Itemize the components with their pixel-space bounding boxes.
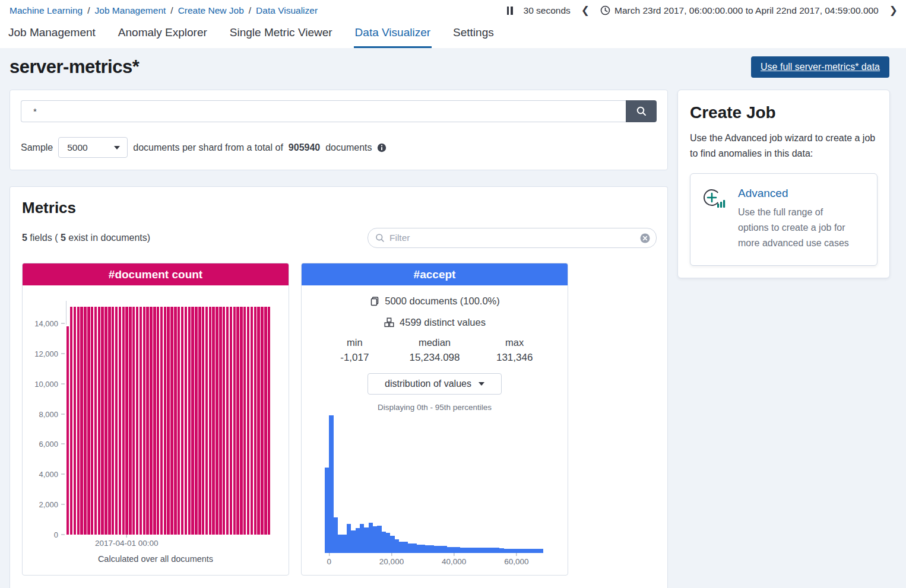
doc-count-bar <box>80 307 83 535</box>
doc-count-bar <box>188 307 191 535</box>
documents-icon <box>369 296 380 307</box>
doc-count-bar <box>167 307 169 535</box>
tab-single-metric-viewer[interactable]: Single Metric Viewer <box>229 26 334 48</box>
time-controls: 30 seconds ❮ March 23rd 2017, 06:00:00.0… <box>507 4 898 17</box>
chevron-right-icon[interactable]: ❯ <box>889 4 898 17</box>
histogram-bar <box>382 532 386 553</box>
document-count-xtick: 2017-04-01 00:00 <box>95 535 159 548</box>
distribution-select-value: distribution of values <box>385 379 471 389</box>
doc-count-bar <box>146 307 148 535</box>
doc-count-bar <box>170 307 173 535</box>
query-input[interactable] <box>21 100 626 122</box>
sample-size-select[interactable]: 5000 <box>58 137 128 158</box>
doc-count-bar <box>247 307 249 535</box>
histogram-bar <box>421 545 425 553</box>
tab-settings[interactable]: Settings <box>452 26 495 48</box>
document-count-chart: 02,0004,0006,0008,00010,00012,00014,000 … <box>66 301 270 535</box>
breadcrumb-link-job-management[interactable]: Job Management <box>95 5 166 16</box>
doc-count-bar <box>191 307 194 535</box>
breadcrumb-separator: / <box>87 5 90 16</box>
y-axis-tick: 0 <box>54 530 66 539</box>
advanced-job-icon <box>702 187 727 211</box>
use-full-data-button[interactable]: Use full server-metrics* data <box>751 56 889 78</box>
histogram-bar <box>512 549 517 553</box>
filter-input[interactable] <box>389 233 635 243</box>
doc-count-bar <box>160 307 163 535</box>
histogram-bar <box>425 545 429 553</box>
distinct-values-stat: 4599 distinct values <box>302 317 568 328</box>
document-count-footer: Calculated over all documents <box>23 554 289 564</box>
histogram-bar <box>334 517 338 553</box>
tab-job-management[interactable]: Job Management <box>7 26 97 48</box>
doc-count-bar <box>164 307 166 535</box>
x-axis-tick: 20,000 <box>379 553 404 566</box>
breadcrumb-link-data-visualizer[interactable]: Data Visualizer <box>256 5 318 16</box>
pause-icon[interactable] <box>507 7 513 15</box>
histogram-bar <box>499 548 503 553</box>
histogram-bar <box>478 548 482 553</box>
histogram-bar <box>417 545 421 553</box>
histogram-bar <box>338 535 342 553</box>
histogram-bar <box>369 523 373 553</box>
x-axis-tick: 60,000 <box>504 553 528 566</box>
doc-count-bar <box>257 307 259 535</box>
advanced-link[interactable]: Advanced <box>738 187 788 199</box>
max-label: max <box>474 337 555 348</box>
doc-count-bar <box>174 307 176 535</box>
histogram-bar <box>517 549 521 553</box>
doc-count-bar <box>140 307 142 535</box>
cubes-icon <box>384 317 395 328</box>
advanced-job-card[interactable]: Advanced Use the full range of options t… <box>690 173 878 266</box>
doc-count-bar <box>136 307 138 535</box>
doc-count-bar <box>77 307 80 535</box>
distinct-values-text: 4599 distinct values <box>400 317 486 328</box>
doc-count-bar <box>251 307 253 535</box>
x-axis-tick: 0 <box>327 553 332 566</box>
doc-count-bar <box>226 307 229 535</box>
doc-count-bar <box>202 307 204 535</box>
histogram-bar <box>447 547 451 553</box>
doc-count-bar <box>236 307 239 535</box>
clear-filter-icon[interactable] <box>640 233 650 243</box>
doc-count-bar <box>209 307 211 535</box>
tab-anomaly-explorer[interactable]: Anomaly Explorer <box>117 26 208 48</box>
median-label: median <box>395 337 475 348</box>
create-job-description: Use the Advanced job wizard to create a … <box>690 131 878 161</box>
breadcrumb-link-machine-learning[interactable]: Machine Learning <box>9 5 83 16</box>
create-job-panel: Create Job Use the Advanced job wizard t… <box>677 90 890 278</box>
doc-count-bar <box>104 307 107 535</box>
filter-field <box>368 228 657 248</box>
histogram-bar <box>526 549 530 553</box>
fields-text: fields ( <box>27 233 61 243</box>
doc-count-bar <box>143 307 145 535</box>
fields-exist-count: 5 <box>61 233 66 243</box>
breadcrumb-separator: / <box>170 5 173 16</box>
doc-count-bar <box>132 307 135 535</box>
document-count-card-header: #document count <box>23 263 289 285</box>
refresh-interval[interactable]: 30 seconds <box>524 5 571 16</box>
histogram-bar <box>534 549 538 553</box>
info-icon[interactable] <box>377 143 387 152</box>
sample-label: Sample <box>21 142 53 153</box>
distribution-select[interactable]: distribution of values <box>368 373 502 395</box>
tab-data-visualizer[interactable]: Data Visualizer <box>354 26 432 48</box>
time-range-picker[interactable]: March 23rd 2017, 06:00:00.000 to April 2… <box>600 5 879 16</box>
histogram-bar <box>399 542 403 553</box>
breadcrumb-link-create-new-job[interactable]: Create New Job <box>178 5 244 16</box>
search-button[interactable] <box>626 100 657 122</box>
doc-count-bar <box>87 307 90 535</box>
histogram-bar <box>539 549 543 553</box>
histogram-bar <box>495 548 499 553</box>
doc-count-bar <box>233 307 236 535</box>
histogram-bar <box>395 539 399 553</box>
doc-count-bar <box>108 307 110 535</box>
metrics-heading: Metrics <box>22 199 657 217</box>
chevron-left-icon[interactable]: ❮ <box>581 4 590 17</box>
median-value: 15,234.098 <box>395 352 475 364</box>
doc-count-bar <box>230 307 232 535</box>
y-axis-line <box>66 301 66 325</box>
y-axis-tick: 14,000 <box>34 319 66 328</box>
histogram-bar <box>456 547 460 553</box>
sample-text: documents per shard from a total of <box>133 142 283 153</box>
histogram-bar <box>403 542 407 553</box>
